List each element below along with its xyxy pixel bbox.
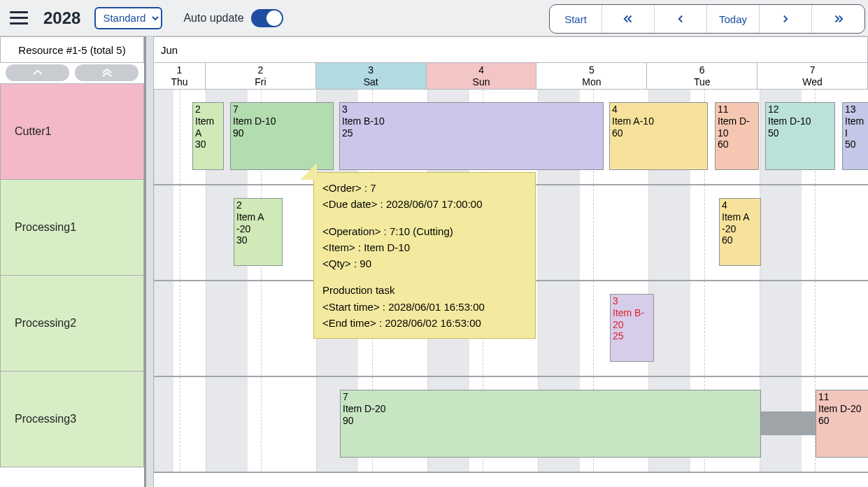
day-cell: 7Wed [757, 63, 868, 89]
day-cell: 5Mon [536, 63, 647, 89]
task-handle[interactable] [192, 103, 193, 169]
nav-start-button[interactable]: Start [550, 5, 602, 33]
nav-prev-fast-button[interactable] [602, 5, 655, 33]
collapse-all-button[interactable] [75, 64, 138, 81]
day-header: 1Thu 2Fri 3Sat 4Sun 5Mon 6Tue 7Wed [154, 63, 868, 90]
nav-next-button[interactable] [760, 5, 812, 33]
task-handle[interactable] [230, 103, 231, 169]
view-mode-select[interactable]: Standard [94, 7, 162, 29]
gantt-chart: Jun 1Thu 2Fri 3Sat 4Sun 5Mon 6Tue 7Wed /… [144, 36, 868, 487]
gantt-task[interactable]: 4Item A-1060 [609, 102, 708, 170]
nav-next-fast-button[interactable] [812, 5, 865, 33]
gantt-task[interactable]: 3Item B-1025 [339, 102, 604, 170]
vertical-scrollbar[interactable] [146, 36, 154, 487]
task-handle[interactable] [842, 103, 843, 169]
task-handle[interactable] [234, 199, 234, 265]
day-cell: 3Sat [316, 63, 427, 89]
year-label: 2028 [43, 8, 80, 28]
nav-today-button[interactable]: Today [707, 5, 760, 33]
task-handle[interactable] [610, 295, 611, 361]
task-tooltip: <Order> : 7 <Due date> : 2028/06/07 17:0… [313, 172, 536, 339]
gantt-task[interactable]: 3Item B-2025 [610, 294, 654, 362]
day-cell: 2Fri [206, 63, 316, 89]
task-handle[interactable] [609, 103, 610, 169]
day-cell: 1Thu [154, 63, 206, 89]
resource-row[interactable]: Processing1 [0, 180, 144, 276]
month-header: Jun [154, 36, 868, 63]
gantt-task[interactable]: 11Item D-2060 [816, 390, 868, 458]
auto-update-label: Auto update [183, 12, 243, 24]
menu-icon[interactable] [7, 6, 31, 30]
resource-row[interactable]: Cutter1 [0, 84, 144, 180]
gantt-task[interactable]: 11Item D-1060 [715, 102, 759, 170]
task-handle[interactable] [715, 103, 716, 169]
gantt-task[interactable]: 13Item I50 [842, 102, 868, 170]
task-handle[interactable] [339, 103, 340, 169]
resource-row[interactable]: Processing3 [0, 372, 144, 467]
gantt-task[interactable]: 4Item A -2060 [719, 198, 761, 266]
resource-sidebar: Resource #1-5 (total 5) Cutter1 Processi… [0, 36, 144, 487]
sidebar-title: Resource #1-5 (total 5) [0, 36, 144, 63]
task-handle[interactable] [719, 199, 720, 265]
day-cell: 6Tue [647, 63, 757, 89]
auto-update-toggle[interactable] [251, 9, 283, 27]
task-handle[interactable] [765, 103, 766, 169]
nav-prev-button[interactable] [655, 5, 707, 33]
gantt-task[interactable]: 7Item D-2090 [340, 390, 761, 458]
task-handle[interactable] [340, 390, 341, 457]
gantt-task[interactable]: 2Item A -2030 [234, 198, 283, 266]
gantt-task[interactable]: 7Item D-1090 [230, 102, 334, 170]
task-handle[interactable] [816, 390, 816, 457]
gantt-task[interactable]: 12Item D-1050 [765, 102, 835, 170]
day-cell: 4Sun [427, 63, 537, 89]
collapse-button[interactable] [6, 64, 69, 81]
gantt-task[interactable]: 2Item A30 [192, 102, 224, 170]
resource-row[interactable]: Processing2 [0, 276, 144, 372]
time-nav: Start Today [549, 4, 865, 34]
task-connector [761, 411, 816, 435]
